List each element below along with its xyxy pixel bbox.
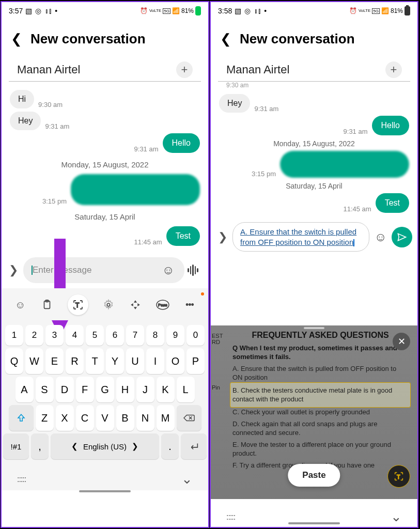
key[interactable]: E	[45, 348, 64, 374]
key[interactable]: A	[15, 377, 34, 402]
key[interactable]: S	[36, 377, 54, 402]
key[interactable]: P	[186, 348, 205, 374]
send-button[interactable]	[392, 227, 412, 247]
key[interactable]: B	[116, 405, 134, 431]
key[interactable]: 3	[45, 325, 64, 346]
key[interactable]: C	[76, 405, 94, 431]
key[interactable]: X	[56, 405, 74, 431]
shift-key[interactable]	[9, 405, 34, 431]
ocr-answer-a[interactable]: A. Ensure that the switch is pulled from…	[232, 364, 408, 382]
comma-key[interactable]: ,	[31, 433, 49, 459]
key[interactable]: 8	[146, 325, 164, 346]
ocr-title[interactable]: FREQUENTLY ASKED QUESTIONS	[232, 331, 408, 340]
expand-icon[interactable]: ❯	[7, 263, 20, 277]
key[interactable]: R	[66, 348, 84, 374]
key[interactable]: J	[136, 377, 154, 402]
message-incoming[interactable]: Hey 9:31 am	[10, 112, 200, 130]
keyboard-row-1: Q W E R T Y U I O P	[3, 348, 207, 374]
ocr-question[interactable]: Q When I test my product, sometimes it p…	[232, 344, 408, 362]
chat-area: Hi 9:30 am Hey 9:31 am 9:31 am Hello Mon…	[2, 82, 208, 252]
expand-icon[interactable]	[129, 298, 142, 312]
recipient-name[interactable]: Manan Airtel	[226, 63, 289, 76]
emoji-icon[interactable]: ☺	[13, 298, 27, 312]
key[interactable]: Q	[5, 348, 23, 374]
key[interactable]: D	[56, 377, 74, 402]
key[interactable]: U	[126, 348, 144, 374]
svg-text:Pass: Pass	[158, 303, 167, 307]
more-icon[interactable]: •••	[183, 298, 196, 312]
gallery-icon: ▧	[25, 7, 33, 14]
voice-input-icon[interactable]	[188, 264, 203, 276]
symbols-key[interactable]: !#1	[3, 433, 29, 459]
drag-handle-icon[interactable]	[304, 327, 324, 329]
settings-icon[interactable]	[102, 298, 115, 312]
ocr-answer-d[interactable]: D. Check again that all cord snaps and p…	[232, 419, 408, 438]
chart-icon: ⫾⫿	[254, 7, 261, 14]
key[interactable]: 0	[186, 325, 205, 346]
key[interactable]: 9	[166, 325, 184, 346]
message-outgoing-blurred[interactable]: 3:15 pm	[219, 151, 409, 178]
key[interactable]: Z	[36, 405, 54, 431]
hide-keyboard-icon[interactable]: ⌄	[181, 471, 193, 487]
message-outgoing[interactable]: 9:31 am Hello	[219, 116, 409, 135]
key[interactable]: K	[157, 377, 175, 402]
language-key[interactable]: ❮English (US)❯	[51, 433, 159, 459]
key[interactable]: L	[177, 377, 195, 402]
recipient-name[interactable]: Manan Airtel	[17, 63, 80, 76]
backspace-key[interactable]	[177, 405, 201, 431]
message-incoming[interactable]: Hi 9:30 am	[10, 90, 200, 108]
key[interactable]: O	[166, 348, 184, 374]
enter-key[interactable]	[181, 433, 207, 459]
emoji-icon[interactable]: ☺	[372, 230, 388, 244]
back-icon[interactable]: ❮	[11, 31, 22, 47]
key[interactable]: 4	[66, 325, 84, 346]
message-input[interactable]: Enter message ☺	[23, 257, 184, 283]
key[interactable]: 1	[5, 325, 23, 346]
add-recipient-button[interactable]: +	[385, 61, 402, 78]
key[interactable]: 5	[86, 325, 104, 346]
pass-icon[interactable]: Pass	[156, 298, 169, 312]
key[interactable]: T	[86, 348, 104, 374]
add-recipient-button[interactable]: +	[176, 61, 193, 78]
home-indicator[interactable]	[79, 490, 131, 492]
expand-icon[interactable]: ❯	[216, 230, 229, 244]
paste-button[interactable]: Paste	[288, 464, 340, 487]
page-title: New conversation	[240, 31, 355, 47]
key[interactable]: W	[25, 348, 43, 374]
message-outgoing[interactable]: 11:45 am Test	[10, 226, 200, 246]
key[interactable]: V	[96, 405, 114, 431]
period-key[interactable]: .	[161, 433, 179, 459]
clipboard-icon[interactable]	[40, 298, 54, 312]
ocr-answer-c[interactable]: C. Check your wall outlet is properly gr…	[232, 408, 408, 417]
close-button[interactable]: ✕	[393, 333, 410, 350]
message-outgoing[interactable]: 11:45 am Test	[219, 193, 409, 213]
battery-icon	[405, 6, 410, 15]
keyboard[interactable]: 1 2 3 4 5 6 7 8 9 0 Q W E R T Y U I O P …	[2, 320, 208, 465]
key[interactable]: F	[76, 377, 94, 402]
key[interactable]: 6	[106, 325, 124, 346]
key[interactable]: 2	[25, 325, 43, 346]
key[interactable]: N	[136, 405, 154, 431]
key[interactable]: 7	[126, 325, 144, 346]
dot-icon: •	[264, 7, 271, 14]
message-outgoing[interactable]: 9:31 am Hello	[10, 133, 200, 153]
message-incoming[interactable]: Hey 9:31 am	[219, 94, 409, 113]
ocr-answer-e[interactable]: E. Move the tester to a different place …	[232, 440, 408, 458]
message-outgoing-blurred[interactable]: 3:15 pm	[10, 174, 200, 205]
bubble: Test	[166, 226, 200, 246]
key[interactable]: H	[116, 377, 134, 402]
back-icon[interactable]: ❮	[220, 31, 231, 47]
keyboard-switch-icon[interactable]: :::::	[226, 512, 235, 522]
rescan-fab[interactable]: T	[387, 465, 410, 488]
emoji-icon[interactable]: ☺	[160, 263, 176, 277]
key[interactable]: G	[96, 377, 114, 402]
key[interactable]: Y	[106, 348, 124, 374]
hide-keyboard-icon[interactable]: ⌄	[391, 509, 402, 525]
ocr-answer-b-highlighted[interactable]: B. Check the testers conductive metal pl…	[230, 383, 410, 407]
keyboard-switch-icon[interactable]: :::::	[17, 475, 26, 484]
message-input[interactable]: A. Ensure that the switch is pulled from…	[232, 222, 369, 252]
home-indicator[interactable]	[288, 522, 340, 524]
key[interactable]: M	[157, 405, 175, 431]
text-scan-icon[interactable]: T	[68, 294, 88, 315]
key[interactable]: I	[146, 348, 164, 374]
